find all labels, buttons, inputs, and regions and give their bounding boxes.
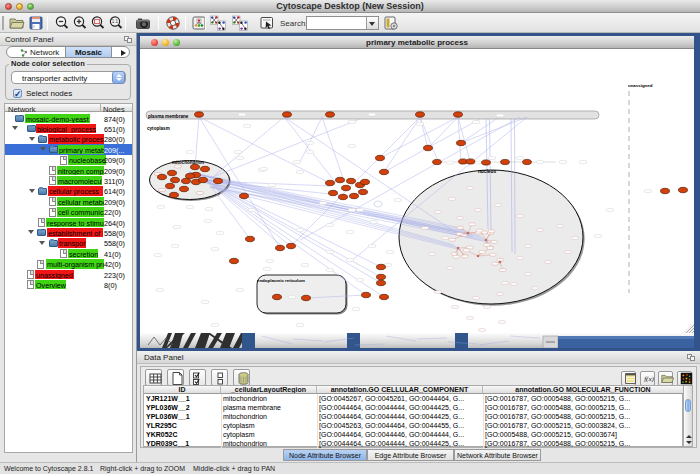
svg-text:nucleus: nucleus — [478, 169, 496, 174]
svg-text:plasma membrane: plasma membrane — [148, 114, 189, 119]
svg-text:cytoplasm: cytoplasm — [147, 126, 170, 131]
svg-text:1:1: 1:1 — [112, 19, 119, 24]
svg-text:f(x): f(x) — [644, 375, 654, 383]
svg-text:endoplasmic reticulum: endoplasmic reticulum — [257, 278, 305, 283]
svg-text:mitochondrion: mitochondrion — [172, 160, 204, 165]
svg-text:unassigned: unassigned — [628, 83, 653, 88]
